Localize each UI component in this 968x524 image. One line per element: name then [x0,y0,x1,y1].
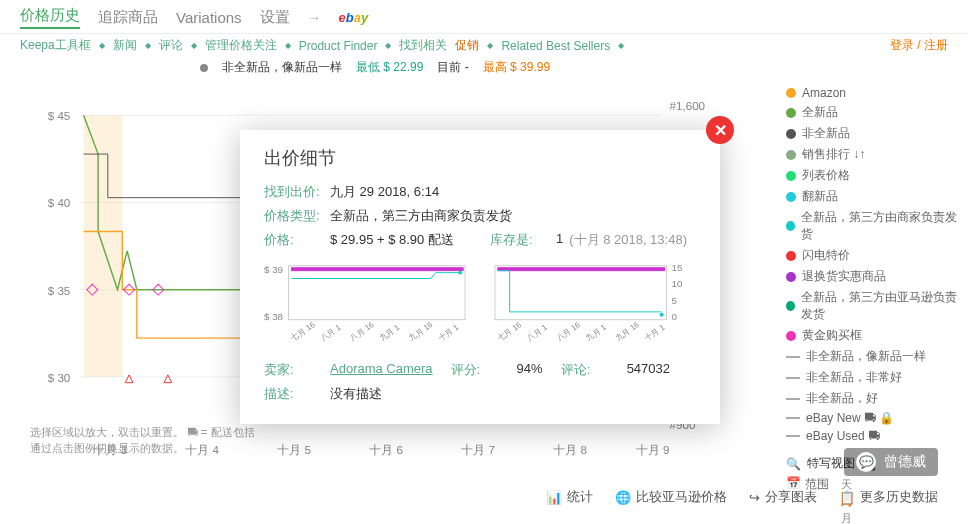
line-icon [786,417,800,419]
svg-text:八月 1: 八月 1 [319,323,343,343]
swatch-icon [786,171,796,181]
seller-link[interactable]: Adorama Camera [330,361,433,379]
high-label: 最高 [483,60,507,74]
dot-icon [200,64,208,72]
login-link[interactable]: 登录 / 注册 [890,37,948,54]
close-icon[interactable]: ✕ [706,116,734,144]
stats-button[interactable]: 📊 统计 [546,488,593,506]
rating-key: 评分: [451,361,511,379]
svg-text:5: 5 [671,295,677,306]
svg-text:八月 1: 八月 1 [525,323,549,343]
swatch-icon [786,108,796,118]
legend-item[interactable]: 全新品，第三方由亚马逊负责发货 [786,287,960,325]
legend-item[interactable]: eBay Used ⛟ [786,427,960,445]
stock-time: (十月 8 2018, 13:48) [569,231,687,249]
svg-text:十月 7: 十月 7 [461,443,495,456]
swatch-icon [786,192,796,202]
legend-item[interactable]: 全新品 [786,102,960,123]
rev-key: 评论: [561,361,621,379]
line-icon [786,435,800,437]
stock-val: 1 [556,231,563,249]
swatch-icon [786,301,795,311]
ebay-logo[interactable]: ebay [339,10,369,25]
tab-settings[interactable]: 设置 [260,8,290,27]
desc-key: 描述: [264,385,324,403]
svg-text:七月 16: 七月 16 [496,320,524,343]
stock-key: 库存是: [490,231,550,249]
svg-point-48 [660,313,664,317]
legend-item[interactable]: eBay New ⛟ 🔒 [786,409,960,427]
svg-text:十月 1: 十月 1 [643,323,667,343]
svg-text:#1,600: #1,600 [670,100,706,113]
price-summary: 非全新品，像新品一样 最低 $ 22.99 目前 - 最高 $ 39.99 [0,57,968,80]
tab-history[interactable]: 价格历史 [20,6,80,29]
low-label: 最低 [356,60,380,74]
svg-text:$ 45: $ 45 [48,109,71,122]
arrow-icon: → [308,10,321,25]
bottom-actions: 📊 统计 🌐 比较亚马逊价格 ↪ 分享图表 📋 更多历史数据 [546,488,938,506]
found-key: 找到出价: [264,183,324,201]
svg-text:15: 15 [671,262,682,273]
svg-point-35 [458,271,462,275]
svg-text:0: 0 [671,311,677,322]
svg-text:$ 35: $ 35 [48,284,71,297]
low-value: $ 22.99 [383,60,423,74]
reviews-link[interactable]: 评论 [159,37,183,54]
related-link[interactable]: 找到相关 [399,37,447,54]
mini-chart-price[interactable]: $ 39$ 38 七月 16八月 1八月 16九月 1九月 16十月 1 [264,260,470,350]
legend-item[interactable]: 退换货实惠商品 [786,266,960,287]
legend-item[interactable]: 非全新品，好 [786,388,960,409]
chart-hint: 选择区域以放大，双击以重置。 ⛟ = 配送包括 通过点击图例切换显示的数据。 [30,425,255,456]
rating-val: 94% [517,361,543,379]
svg-text:十月 5: 十月 5 [277,443,311,456]
desc-val: 没有描述 [330,385,382,403]
svg-text:十月 1: 十月 1 [437,323,461,343]
manage-link[interactable]: 管理价格关注 [205,37,277,54]
svg-text:八月 16: 八月 16 [348,320,376,343]
svg-text:$ 40: $ 40 [48,196,71,209]
swatch-icon [786,88,796,98]
svg-text:八月 16: 八月 16 [555,320,583,343]
condition-label: 非全新品，像新品一样 [222,59,342,76]
finder-link[interactable]: Product Finder [299,39,378,53]
svg-rect-47 [498,268,665,271]
swatch-icon [786,150,796,160]
price-val: $ 29.95 + $ 8.90 配送 [330,231,454,249]
compare-button[interactable]: 🌐 比较亚马逊价格 [615,488,727,506]
mini-chart-stock[interactable]: 151050 七月 16八月 1八月 16九月 1九月 16十月 1 [490,260,696,350]
svg-text:九月 16: 九月 16 [407,320,435,343]
legend-item[interactable]: 销售排行 ↓↑ [786,144,960,165]
more-button[interactable]: 📋 更多历史数据 [839,488,938,506]
best-link[interactable]: Related Best Sellers [501,39,610,53]
type-key: 价格类型: [264,207,324,225]
offer-modal: ✕ 出价细节 找到出价:九月 29 2018, 6:14 价格类型:全新品，第三… [240,130,720,424]
svg-text:九月 1: 九月 1 [378,323,402,343]
news-link[interactable]: 新闻 [113,37,137,54]
svg-marker-21 [164,375,172,383]
legend-item[interactable]: 非全新品，像新品一样 [786,346,960,367]
share-button[interactable]: ↪ 分享图表 [749,488,817,506]
legend-item[interactable]: 全新品，第三方由商家负责发货 [786,207,960,245]
high-value: $ 39.99 [510,60,550,74]
swatch-icon [786,251,796,261]
line-icon [786,377,800,379]
svg-text:七月 16: 七月 16 [289,320,317,343]
legend-item[interactable]: Amazon [786,84,960,102]
top-tabs: 价格历史 追踪商品 Variations 设置 → ebay [0,0,968,34]
range-option[interactable]: 月 [841,510,912,524]
tab-variations[interactable]: Variations [176,9,242,26]
legend-item[interactable]: 翻新品 [786,186,960,207]
svg-marker-20 [125,375,133,383]
tab-track[interactable]: 追踪商品 [98,8,158,27]
legend-item[interactable]: 非全新品，非常好 [786,367,960,388]
svg-text:$ 30: $ 30 [48,371,71,384]
legend-item[interactable]: 黄金购买框 [786,325,960,346]
legend-item[interactable]: 闪电特价 [786,245,960,266]
legend-item[interactable]: 列表价格 [786,165,960,186]
svg-rect-31 [289,266,466,320]
toolbar: Keepa工具框◆ 新闻◆ 评论◆ 管理价格关注◆ Product Finder… [0,34,968,57]
keepa-link[interactable]: Keepa工具框 [20,37,91,54]
swatch-icon [786,129,796,139]
legend-item[interactable]: 非全新品 [786,123,960,144]
swatch-icon [786,221,795,231]
